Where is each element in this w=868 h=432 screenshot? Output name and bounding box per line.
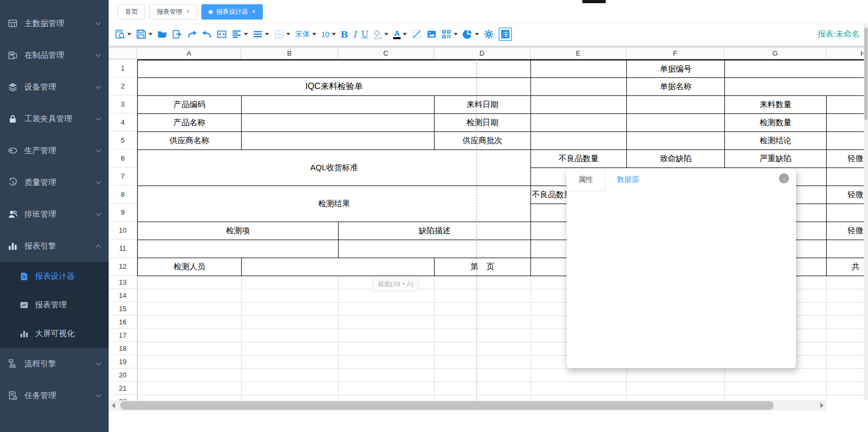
open-button[interactable] [157,29,167,39]
row-number[interactable]: 9 [109,204,137,222]
sheet-cell[interactable] [626,113,725,132]
row-number[interactable]: 21 [109,382,137,395]
sheet-cell[interactable]: 检测结果 [137,186,531,222]
sidebar-item-dashboard-visualization[interactable]: 大屏可视化 [0,319,109,348]
sheet-cell[interactable] [826,131,864,150]
save-button[interactable] [136,29,153,39]
sheet-cell[interactable] [241,258,435,276]
dropdown-caret-icon[interactable] [127,33,131,36]
sidebar-item-master-data[interactable]: 主数据管理 [0,7,109,39]
vertical-scrollbar-thumb[interactable] [864,28,867,120]
preview-button[interactable] [115,29,131,39]
sidebar-item-report-engine[interactable]: 报表引擎 [0,230,109,262]
sheet-cell-title[interactable]: IQC来料检验单 [137,77,531,96]
row-number[interactable]: 10 [109,222,137,240]
column-header[interactable]: B [241,48,338,59]
sheet-cell[interactable]: 来料日期 [434,95,531,114]
sheet-cell[interactable]: 第 页 [434,258,531,276]
sidebar-item-process-engine[interactable]: 流程引擎 [0,348,109,380]
sheet-cell[interactable] [530,131,627,150]
sheet-cell[interactable]: 轻微缺陷 [826,186,864,204]
sheet-cell[interactable] [724,77,864,96]
sheet-cell[interactable]: 检测项 [137,222,339,240]
horizontal-scrollbar[interactable] [109,400,827,411]
row-number[interactable]: 14 [109,289,137,302]
row-number[interactable]: 17 [109,329,137,342]
sheet-cell[interactable] [826,95,864,114]
sheet-cell[interactable]: 不良品数量 [530,149,627,168]
dropdown-caret-icon[interactable] [148,33,153,36]
align-button[interactable] [232,29,248,39]
sidebar-item-report-designer[interactable]: 报表设计器 [0,262,109,290]
sheet-cell[interactable]: 来料数量 [724,95,827,114]
row-number[interactable]: 4 [109,113,137,131]
sidebar-item-equipment[interactable]: 设备管理 [0,71,109,103]
font-family-select[interactable]: 宋体 [295,30,316,39]
dropdown-caret-icon[interactable] [454,33,458,36]
dropdown-caret-icon[interactable] [312,33,316,36]
insert-image-button[interactable] [427,29,437,39]
undo-button[interactable] [202,29,212,39]
tab-report-designer[interactable]: 报表设计器 × [201,4,263,20]
fill-color-button[interactable] [373,30,388,39]
column-header[interactable]: G [724,48,826,59]
bold-button[interactable]: B [341,29,348,40]
scroll-right-arrow-icon[interactable] [820,403,823,408]
sheet-cell[interactable]: 供应商名称 [137,131,242,150]
column-header[interactable]: D [434,48,530,59]
sidebar-item-production[interactable]: 生产管理 [0,135,109,166]
close-icon[interactable]: × [186,8,190,15]
dropdown-caret-icon[interactable] [475,33,479,36]
row-number[interactable]: 11 [109,240,137,258]
sheet-cell[interactable]: 单据名称 [626,77,725,96]
tab-home[interactable]: 首页 [118,4,145,20]
sheet-cell[interactable] [826,167,864,186]
dropdown-caret-icon[interactable] [332,33,336,36]
horizontal-scrollbar-thumb[interactable] [120,401,774,410]
line-style-button[interactable] [253,29,269,39]
sheet-cell[interactable] [241,113,435,132]
row-number[interactable]: 20 [109,368,137,382]
chart-button[interactable] [463,29,479,39]
panel-tab-properties[interactable]: 属性 [566,168,605,191]
sheet-cell[interactable]: 产品名称 [137,113,242,132]
sidebar-item-fixture[interactable]: 工装夹具管理 [0,103,109,135]
row-number[interactable]: 8 [109,186,137,204]
sidebar-item-quality[interactable]: 质量管理 [0,166,109,198]
sheet-cell[interactable]: 产品编码 [137,95,242,114]
sheet-cell[interactable] [530,113,627,132]
sheet-cell[interactable]: 检测人员 [137,258,242,276]
tab-report-management[interactable]: 报表管理 × [149,4,197,20]
settings-button[interactable] [484,29,494,39]
sheet-cell[interactable] [826,204,864,222]
sheet-cell[interactable]: 检测日期 [434,113,531,132]
underline-button[interactable]: U [361,29,368,39]
sheet-cell[interactable]: 缺陷描述 [338,222,531,240]
sheet-cell[interactable] [241,95,435,114]
panel-collapse-button[interactable]: ↓ [779,173,789,183]
dropdown-caret-icon[interactable] [265,33,269,36]
sheet-cell[interactable] [530,77,627,96]
row-number[interactable]: 1 [109,59,137,77]
sheet-cell[interactable]: 轻微缺陷 [826,222,864,240]
scroll-left-arrow-icon[interactable] [112,403,115,408]
dropdown-caret-icon[interactable] [384,33,388,36]
dropdown-caret-icon[interactable] [286,33,290,36]
borders-button[interactable] [274,29,290,39]
close-icon[interactable]: × [252,8,255,15]
column-header[interactable]: F [626,48,724,59]
barcode-qrcode-button[interactable] [441,29,458,39]
column-header[interactable]: C [338,48,434,59]
vertical-scrollbar[interactable] [864,23,868,400]
sheet-cell[interactable] [137,59,531,78]
row-number[interactable]: 15 [109,302,137,315]
sheet-cell[interactable] [338,240,531,258]
sheet-cell[interactable] [137,240,339,258]
sheet-cell[interactable]: 严重缺陷 [724,149,827,168]
sheet-cell[interactable] [530,59,627,78]
sidebar-item-task-management[interactable]: 任务管理 [0,380,109,411]
sidebar-item-wip[interactable]: 在制品管理 [0,39,109,71]
sheet-cell[interactable] [241,131,435,150]
sheet-cell[interactable]: 检测数量 [724,113,827,132]
row-number[interactable]: 13 [109,276,137,289]
